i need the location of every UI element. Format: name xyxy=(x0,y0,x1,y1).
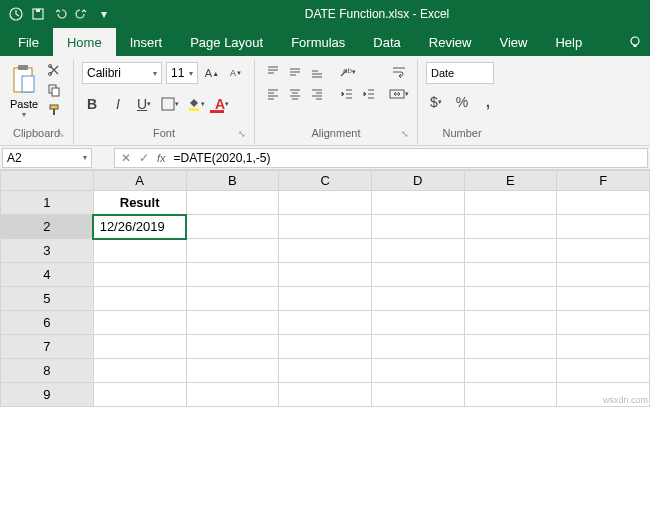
cell[interactable] xyxy=(557,191,650,215)
font-size-select[interactable]: 11▾ xyxy=(166,62,198,84)
cell[interactable] xyxy=(186,215,279,239)
wrap-text-icon[interactable] xyxy=(389,62,409,82)
tell-me-icon[interactable] xyxy=(628,28,650,56)
cell[interactable] xyxy=(279,263,372,287)
cell[interactable] xyxy=(279,359,372,383)
cell[interactable] xyxy=(186,239,279,263)
cell[interactable] xyxy=(464,287,557,311)
decrease-indent-icon[interactable] xyxy=(337,84,357,104)
cell[interactable] xyxy=(186,263,279,287)
row-header-7[interactable]: 7 xyxy=(1,335,94,359)
align-left-icon[interactable] xyxy=(263,84,283,104)
tab-formulas[interactable]: Formulas xyxy=(277,28,359,56)
cell[interactable] xyxy=(371,383,464,407)
cell[interactable] xyxy=(464,359,557,383)
font-name-select[interactable]: Calibri▾ xyxy=(82,62,162,84)
comma-icon[interactable]: , xyxy=(478,92,498,112)
cell[interactable] xyxy=(557,287,650,311)
cell[interactable] xyxy=(93,359,186,383)
tab-insert[interactable]: Insert xyxy=(116,28,177,56)
col-header-e[interactable]: E xyxy=(464,171,557,191)
formula-input[interactable]: =DATE(2020,1,-5) xyxy=(174,151,641,165)
align-middle-icon[interactable] xyxy=(285,62,305,82)
cell[interactable] xyxy=(371,287,464,311)
enter-formula-icon[interactable]: ✓ xyxy=(139,151,149,165)
name-box[interactable]: A2▾ xyxy=(2,148,92,168)
cell-a2[interactable]: 12/26/2019 xyxy=(93,215,186,239)
fill-color-icon[interactable]: ▾ xyxy=(186,94,206,114)
cell[interactable] xyxy=(186,335,279,359)
cell[interactable] xyxy=(93,383,186,407)
align-center-icon[interactable] xyxy=(285,84,305,104)
decrease-font-icon[interactable]: A▼ xyxy=(226,63,246,83)
cell[interactable] xyxy=(186,383,279,407)
align-bottom-icon[interactable] xyxy=(307,62,327,82)
tab-view[interactable]: View xyxy=(485,28,541,56)
font-launcher-icon[interactable]: ⤡ xyxy=(238,129,246,139)
cell[interactable] xyxy=(279,239,372,263)
cell[interactable] xyxy=(371,215,464,239)
cell[interactable] xyxy=(186,287,279,311)
col-header-d[interactable]: D xyxy=(371,171,464,191)
italic-button[interactable]: I xyxy=(108,94,128,114)
cell[interactable] xyxy=(557,311,650,335)
increase-indent-icon[interactable] xyxy=(359,84,379,104)
tab-file[interactable]: File xyxy=(4,28,53,56)
cell[interactable] xyxy=(279,191,372,215)
clipboard-launcher-icon[interactable]: ⤡ xyxy=(57,129,65,139)
merge-center-icon[interactable]: ▾ xyxy=(389,84,409,104)
tab-home[interactable]: Home xyxy=(53,28,116,56)
autosave-icon[interactable] xyxy=(8,6,24,22)
cell[interactable] xyxy=(279,311,372,335)
cell[interactable] xyxy=(279,335,372,359)
save-icon[interactable] xyxy=(30,6,46,22)
number-format-select[interactable]: Date xyxy=(426,62,494,84)
cell[interactable] xyxy=(464,263,557,287)
tab-review[interactable]: Review xyxy=(415,28,486,56)
col-header-a[interactable]: A xyxy=(93,171,186,191)
bold-button[interactable]: B xyxy=(82,94,102,114)
cell[interactable] xyxy=(371,263,464,287)
redo-icon[interactable] xyxy=(74,6,90,22)
align-top-icon[interactable] xyxy=(263,62,283,82)
row-header-2[interactable]: 2 xyxy=(1,215,94,239)
tab-help[interactable]: Help xyxy=(541,28,596,56)
cell[interactable] xyxy=(93,335,186,359)
row-header-9[interactable]: 9 xyxy=(1,383,94,407)
border-icon[interactable]: ▾ xyxy=(160,94,180,114)
cut-icon[interactable] xyxy=(46,62,62,78)
row-header-6[interactable]: 6 xyxy=(1,311,94,335)
col-header-b[interactable]: B xyxy=(186,171,279,191)
cell[interactable] xyxy=(371,311,464,335)
row-header-5[interactable]: 5 xyxy=(1,287,94,311)
col-header-f[interactable]: F xyxy=(557,171,650,191)
cell[interactable] xyxy=(371,239,464,263)
row-header-4[interactable]: 4 xyxy=(1,263,94,287)
cell[interactable] xyxy=(93,287,186,311)
col-header-c[interactable]: C xyxy=(279,171,372,191)
cell[interactable] xyxy=(186,191,279,215)
font-color-icon[interactable]: A▾ xyxy=(212,94,232,114)
cell[interactable] xyxy=(557,239,650,263)
cell[interactable] xyxy=(93,311,186,335)
cell[interactable] xyxy=(464,335,557,359)
select-all-corner[interactable] xyxy=(1,171,94,191)
cell[interactable] xyxy=(279,215,372,239)
row-header-8[interactable]: 8 xyxy=(1,359,94,383)
cell[interactable] xyxy=(186,311,279,335)
increase-font-icon[interactable]: A▲ xyxy=(202,63,222,83)
cell[interactable] xyxy=(371,191,464,215)
tab-data[interactable]: Data xyxy=(359,28,414,56)
paste-button[interactable]: Paste ▾ xyxy=(8,62,40,121)
cell[interactable] xyxy=(557,335,650,359)
copy-icon[interactable] xyxy=(46,82,62,98)
row-header-3[interactable]: 3 xyxy=(1,239,94,263)
cell[interactable] xyxy=(93,239,186,263)
align-right-icon[interactable] xyxy=(307,84,327,104)
cancel-formula-icon[interactable]: ✕ xyxy=(121,151,131,165)
cell[interactable] xyxy=(279,287,372,311)
cell-a1[interactable]: Result xyxy=(93,191,186,215)
tab-page-layout[interactable]: Page Layout xyxy=(176,28,277,56)
format-painter-icon[interactable] xyxy=(46,102,62,118)
cell[interactable] xyxy=(371,359,464,383)
